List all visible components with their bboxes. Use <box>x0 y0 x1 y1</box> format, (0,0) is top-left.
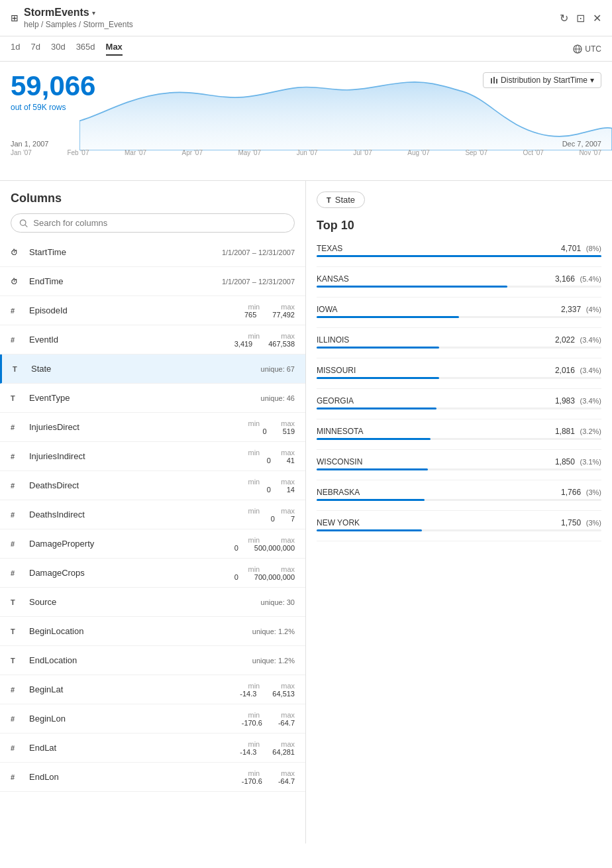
chart-date-range: Jan 1, 2007 Dec 7, 2007 Jan '07 Feb '07 … <box>11 137 601 160</box>
expand-icon[interactable]: ⊡ <box>576 12 585 25</box>
right-panel: T State Top 10 TEXAS 4,701 (8%) KANSAS <box>306 181 612 843</box>
grid-icon: ⊞ <box>11 13 19 23</box>
refresh-icon[interactable]: ↻ <box>560 12 568 25</box>
columns-panel: Columns ⏱ StartTime 1/1/2007 – 12/31/200… <box>0 181 306 843</box>
utc-button[interactable]: UTC <box>573 44 601 54</box>
column-item-beginlocation[interactable]: T BeginLocation unique: 1.2% <box>0 617 305 646</box>
column-item-deathsindirect[interactable]: # DeathsIndirect minmax 07 <box>0 500 305 529</box>
top10-item-wisconsin: WISCONSIN 1,850 (3.1%) <box>317 457 601 470</box>
column-meta: minmax 041 <box>248 449 295 464</box>
top10-item-missouri: MISSOURI 2,016 (3.4%) <box>317 365 601 379</box>
state-pct: (3.2%) <box>580 427 601 435</box>
state-pct: (3.1%) <box>580 458 601 466</box>
tab-1d[interactable]: 1d <box>11 42 20 56</box>
column-meta: unique: 1.2% <box>252 657 295 665</box>
column-item-deathsdirect[interactable]: # DeathsDirect minmax 014 <box>0 471 305 500</box>
top10-item-nebraska: NEBRASKA 1,766 (3%) <box>317 487 601 501</box>
state-stats: 2,016 (3.4%) <box>555 365 601 375</box>
top10-item-illinois: ILLINOIS 2,022 (3.4%) <box>317 335 601 349</box>
search-input[interactable] <box>33 218 286 228</box>
column-name: Source <box>29 597 261 607</box>
chevron-down-icon[interactable]: ▾ <box>92 9 95 17</box>
search-box[interactable] <box>11 213 295 233</box>
column-name: InjuriesIndirect <box>29 451 248 461</box>
column-item-source[interactable]: T Source unique: 30 <box>0 588 305 617</box>
column-item-state[interactable]: T State unique: 67 <box>0 354 305 384</box>
state-name: TEXAS <box>317 244 342 253</box>
axis-jan: Jan '07 <box>11 149 32 156</box>
state-count: 1,983 <box>555 396 575 406</box>
column-name: BeginLocation <box>29 626 252 636</box>
tab-7d[interactable]: 7d <box>30 42 40 56</box>
column-item-beginlat[interactable]: # BeginLat minmax -14.364,513 <box>0 675 305 704</box>
state-stats: 2,022 (3.4%) <box>555 335 601 345</box>
column-item-eventtype[interactable]: T EventType unique: 46 <box>0 384 305 413</box>
state-name: ILLINOIS <box>317 335 349 345</box>
state-tag[interactable]: T State <box>317 191 365 208</box>
state-stats: 1,983 (3.4%) <box>555 396 601 406</box>
state-stats: 3,166 (5.4%) <box>555 274 601 284</box>
column-item-endtime[interactable]: ⏱ EndTime 1/1/2007 – 12/31/2007 <box>0 267 305 296</box>
top10-item-newyork: NEW YORK 1,750 (3%) <box>317 517 601 531</box>
hash-icon: # <box>11 744 24 752</box>
breadcrumb: help / Samples / Storm_Events <box>24 20 133 29</box>
text-type-icon: T <box>11 627 24 635</box>
state-name: IOWA <box>317 305 338 314</box>
state-count: 2,337 <box>561 305 581 314</box>
globe-icon <box>573 44 582 54</box>
clock-icon: ⏱ <box>11 278 24 286</box>
axis-oct: Oct '07 <box>523 149 544 156</box>
axis-aug: Aug '07 <box>407 149 430 156</box>
column-item-eventid[interactable]: # EventId minmax 3,419467,538 <box>0 325 305 354</box>
column-meta: minmax 0519 <box>248 419 295 435</box>
column-name: EndLocation <box>29 655 252 665</box>
close-icon[interactable]: ✕ <box>593 12 601 25</box>
column-item-injuriesindirect[interactable]: # InjuriesIndirect minmax 041 <box>0 442 305 471</box>
column-name: BeginLat <box>29 684 240 694</box>
app-header: ⊞ StormEvents ▾ help / Samples / Storm_E… <box>0 0 612 36</box>
date-end: Dec 7, 2007 <box>562 140 601 148</box>
axis-may: May '07 <box>238 149 261 156</box>
column-item-damageproperty[interactable]: # DamageProperty minmax 0500,000,000 <box>0 529 305 559</box>
search-icon <box>19 219 28 228</box>
tab-30d[interactable]: 30d <box>51 42 66 56</box>
state-count: 1,766 <box>561 488 581 497</box>
clock-icon: ⏱ <box>11 248 24 256</box>
column-meta: 1/1/2007 – 12/31/2007 <box>222 248 295 256</box>
text-type-icon: T <box>11 598 24 606</box>
column-name: EventId <box>29 335 234 345</box>
column-item-injuriesdirect[interactable]: # InjuriesDirect minmax 0519 <box>0 413 305 442</box>
row-sub-label: out of 59K rows <box>11 103 601 112</box>
column-item-damagecrops[interactable]: # DamageCrops minmax 0700,000,000 <box>0 559 305 588</box>
chart-axis-labels: Jan '07 Feb '07 Mar '07 Apr '07 May '07 … <box>11 149 601 160</box>
column-item-endlat[interactable]: # EndLat minmax -14.364,281 <box>0 733 305 763</box>
tag-label: State <box>335 195 355 205</box>
column-meta: minmax -170.6-64.7 <box>242 769 295 785</box>
time-tabs-list: 1d 7d 30d 365d Max <box>11 42 123 56</box>
state-name: NEBRASKA <box>317 488 360 497</box>
column-item-episodeid[interactable]: # EpisodeId minmax 76577,492 <box>0 296 305 325</box>
axis-mar: Mar '07 <box>125 149 146 156</box>
tab-max[interactable]: Max <box>106 42 123 56</box>
state-pct: (8%) <box>586 244 601 252</box>
state-pct: (3%) <box>586 488 601 496</box>
time-tabs-bar: 1d 7d 30d 365d Max UTC <box>0 36 612 62</box>
column-name: DamageProperty <box>29 539 234 549</box>
axis-feb: Feb '07 <box>67 149 89 156</box>
hash-icon: # <box>11 715 24 723</box>
state-pct: (4%) <box>586 305 601 313</box>
column-item-endlon[interactable]: # EndLon minmax -170.6-64.7 <box>0 763 305 792</box>
tab-365d[interactable]: 365d <box>76 42 95 56</box>
column-item-starttime[interactable]: ⏱ StartTime 1/1/2007 – 12/31/2007 <box>0 238 305 267</box>
top10-item-texas: TEXAS 4,701 (8%) <box>317 243 601 257</box>
state-stats: 1,766 (3%) <box>561 487 601 497</box>
top10-item-kansas: KANSAS 3,166 (5.4%) <box>317 274 601 288</box>
column-item-beginlon[interactable]: # BeginLon minmax -170.6-64.7 <box>0 704 305 733</box>
column-item-endlocation[interactable]: T EndLocation unique: 1.2% <box>0 646 305 675</box>
column-meta: minmax -14.364,513 <box>240 682 295 698</box>
axis-apr: Apr '07 <box>182 149 203 156</box>
column-meta: unique: 1.2% <box>252 627 295 635</box>
app-title[interactable]: StormEvents <box>24 7 89 19</box>
svg-point-6 <box>20 219 26 225</box>
state-stats: 1,881 (3.2%) <box>555 426 601 436</box>
